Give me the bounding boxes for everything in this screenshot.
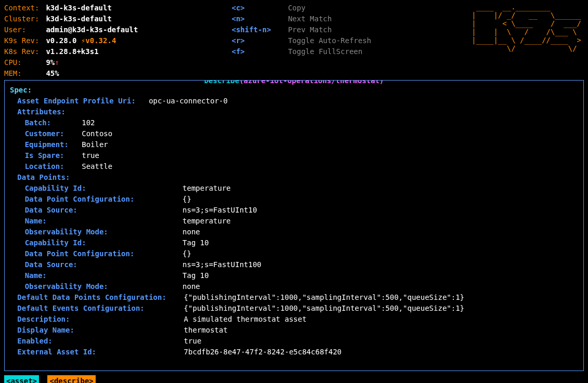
obs-value-0: none bbox=[182, 228, 200, 236]
dec-label: Default Events Configuration: bbox=[17, 303, 184, 314]
panel-title-word: Describe bbox=[204, 80, 239, 85]
dp-label: Data Points: bbox=[17, 173, 70, 181]
spec-content: Spec: Asset Endpoint Profile Uri: opc-ua… bbox=[10, 85, 578, 358]
panel-title: Describe(azure-iot-operations/thermostat… bbox=[201, 80, 387, 86]
ext-label: External Asset Id: bbox=[17, 347, 184, 358]
dpc-label-1: Data Point Configuration: bbox=[25, 248, 182, 259]
customer-value: Contoso bbox=[82, 129, 112, 138]
shortcuts: <c> Copy <n> Next Match <shift-n> Prev M… bbox=[231, 3, 371, 79]
customer-label: Customer: bbox=[25, 128, 73, 139]
panel-title-resource: azure-iot-operations/thermostat bbox=[244, 80, 380, 85]
cpu-value: 9% bbox=[46, 58, 55, 67]
shortcut-key-copy: <c> bbox=[231, 3, 283, 14]
equipment-label: Equipment: bbox=[25, 139, 73, 150]
enabled-label: Enabled: bbox=[17, 336, 184, 347]
panel-title-close: ) bbox=[380, 80, 384, 85]
disp-label: Display Name: bbox=[17, 325, 184, 336]
cap-label-1: Capability Id: bbox=[25, 237, 182, 248]
k9srev-label: K9s Rev: bbox=[4, 35, 42, 46]
cpu-arrow-icon: ↑ bbox=[55, 58, 59, 67]
dpc-label-0: Data Point Configuration: bbox=[25, 194, 182, 205]
spare-label: Is Spare: bbox=[25, 150, 73, 161]
shortcut-key-next: <n> bbox=[231, 14, 283, 24]
breadcrumbs: <asset> <describe> bbox=[4, 375, 584, 383]
panel-title-open: ( bbox=[239, 80, 243, 85]
equipment-value: Boiler bbox=[82, 140, 108, 149]
shortcut-key-refresh: <r> bbox=[231, 35, 283, 46]
dpc-value-0: {} bbox=[182, 195, 191, 203]
user-label: User: bbox=[4, 24, 42, 35]
k9srev-value: v0.28.0 bbox=[46, 36, 76, 45]
k9s-logo-icon: ____ __.________ | |/ _/ __ \______ | < … bbox=[472, 3, 581, 53]
batch-value: 102 bbox=[82, 118, 95, 127]
ds-value-0: ns=3;s=FastUInt10 bbox=[182, 206, 257, 214]
ds-label-0: Data Source: bbox=[25, 205, 182, 216]
user-value: admin@k3d-k3s-default bbox=[46, 25, 138, 34]
obs-label-0: Observability Mode: bbox=[25, 227, 182, 237]
cap-value-1: Tag 10 bbox=[182, 239, 209, 247]
cluster-value: k3d-k3s-default bbox=[46, 15, 111, 23]
ddpc-value: {"publishingInterval":1000,"samplingInte… bbox=[184, 293, 464, 301]
shortcut-desc-refresh: Toggle Auto-Refresh bbox=[288, 36, 371, 45]
mem-value: 45% bbox=[46, 69, 59, 77]
shortcut-desc-prev: Prev Match bbox=[288, 25, 332, 34]
cluster-label: Cluster: bbox=[4, 14, 42, 24]
context-value: k3d-k3s-default bbox=[46, 4, 111, 12]
describe-panel[interactable]: Describe(azure-iot-operations/thermostat… bbox=[4, 80, 584, 371]
ext-value: 7bcdfb26-8e47-47f2-8242-e5c84c68f420 bbox=[184, 348, 342, 356]
ddpc-label: Default Data Points Configuration: bbox=[17, 292, 184, 303]
enabled-value: true bbox=[184, 337, 202, 345]
cap-value-0: temperature bbox=[182, 184, 231, 192]
name-label-0: Name: bbox=[25, 216, 182, 227]
shortcut-desc-next: Next Match bbox=[288, 15, 332, 23]
mem-label: MEM: bbox=[4, 68, 42, 79]
spec-title: Spec: bbox=[10, 86, 32, 94]
cluster-info: Context: k3d-k3s-default Cluster: k3d-k3… bbox=[4, 3, 138, 79]
desc-value: A simulated thermostat asset bbox=[184, 315, 307, 323]
breadcrumb-asset[interactable]: <asset> bbox=[4, 375, 39, 383]
dpc-value-1: {} bbox=[182, 249, 191, 258]
shortcut-desc-fullscreen: Toggle FullScreen bbox=[288, 47, 362, 56]
location-value: Seattle bbox=[82, 162, 112, 170]
name-label-1: Name: bbox=[25, 270, 182, 281]
shortcut-desc-copy: Copy bbox=[288, 4, 306, 12]
header: Context: k3d-k3s-default Cluster: k3d-k3… bbox=[4, 3, 584, 79]
aep-value: opc-ua-connector-0 bbox=[149, 97, 228, 105]
context-label: Context: bbox=[4, 3, 42, 14]
k8srev-value: v1.28.8+k3s1 bbox=[46, 47, 98, 56]
ds-label-1: Data Source: bbox=[25, 259, 182, 270]
desc-label: Description: bbox=[17, 314, 184, 325]
ds-value-1: ns=3;s=FastUInt100 bbox=[182, 260, 262, 269]
spare-value: true bbox=[82, 151, 99, 160]
breadcrumb-describe[interactable]: <describe> bbox=[47, 375, 95, 383]
k8srev-label: K8s Rev: bbox=[4, 46, 42, 57]
location-label: Location: bbox=[25, 161, 73, 172]
cpu-label: CPU: bbox=[4, 57, 42, 68]
disp-value: thermostat bbox=[184, 326, 228, 334]
obs-value-1: none bbox=[182, 282, 200, 290]
shortcut-key-fullscreen: <f> bbox=[231, 46, 283, 57]
shortcut-key-prev: <shift-n> bbox=[231, 24, 283, 35]
name-value-0: temperature bbox=[182, 217, 231, 225]
aep-label: Asset Endpoint Profile Uri: bbox=[17, 96, 140, 107]
k9srev-upgrade: ⚡v0.32.4 bbox=[81, 36, 116, 45]
name-value-1: Tag 10 bbox=[182, 271, 209, 280]
dec-value: {"publishingInterval":1000,"samplingInte… bbox=[184, 304, 464, 312]
obs-label-1: Observability Mode: bbox=[25, 281, 182, 292]
attr-label: Attributes: bbox=[17, 108, 66, 116]
batch-label: Batch: bbox=[25, 117, 73, 128]
cap-label-0: Capability Id: bbox=[25, 183, 182, 194]
